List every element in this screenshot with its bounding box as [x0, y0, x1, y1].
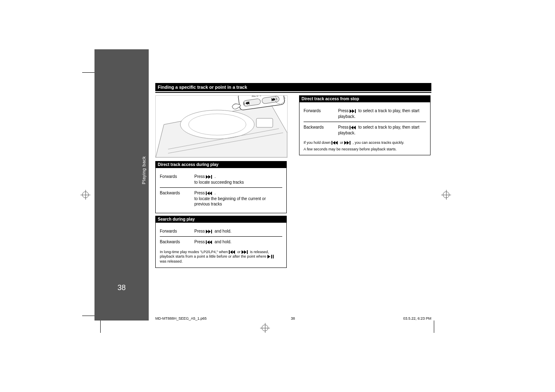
crop-mark	[82, 72, 94, 73]
device-illustration: REC LEVEL	[155, 95, 288, 158]
next-track-icon	[206, 230, 213, 233]
page-content: Finding a specific track or point in a t…	[155, 83, 431, 312]
left-column: REC LEVEL Direct track access during p	[155, 95, 287, 268]
instruction: Press .	[194, 190, 282, 196]
direction-label: Forwards	[160, 228, 191, 234]
instruction-sub: to locate succeeding tracks	[194, 180, 282, 185]
page-number: 38	[94, 284, 149, 292]
instruction: Press to select a track to play, then st…	[338, 125, 426, 136]
svg-point-1	[180, 110, 254, 139]
section-header-during-play: Direct track access during play	[155, 161, 287, 168]
next-track-icon	[350, 109, 357, 113]
instruction: Press .	[194, 174, 282, 180]
prev-track-icon	[332, 141, 339, 145]
table-row: Forwards Press . to locate succeeding tr…	[160, 171, 282, 187]
title-rule	[155, 92, 431, 93]
table-row: Backwards Press and hold.	[160, 236, 282, 247]
next-track-icon	[242, 250, 249, 254]
prev-track-icon	[229, 250, 236, 254]
section-label: Playing back	[141, 156, 146, 184]
direction-label: Backwards	[160, 190, 191, 196]
section-header-from-stop: Direct track access from stop	[299, 95, 431, 102]
page-title: Finding a specific track or point in a t…	[155, 83, 431, 91]
prev-track-icon	[206, 240, 213, 244]
manual-page: Playing back 38 Finding a specific track…	[94, 49, 440, 321]
direction-label: Forwards	[160, 174, 191, 180]
from-stop-table: Forwards Press to select a track to play…	[299, 102, 431, 155]
note-text: In long-time play modes "LP2/LP4," when …	[160, 247, 282, 264]
prev-track-icon	[350, 126, 357, 129]
during-play-table: Forwards Press . to locate succeeding tr…	[155, 168, 287, 213]
instruction: Press and hold.	[194, 239, 282, 245]
note-text: If you hold down or , you can access tra…	[304, 138, 426, 152]
registration-mark	[260, 323, 270, 333]
prev-track-icon	[206, 191, 213, 195]
play-pause-icon	[267, 255, 275, 258]
md-player-drawing: REC LEVEL	[156, 96, 287, 157]
table-row: Forwards Press and hold.	[160, 226, 282, 237]
direction-label: Forwards	[304, 108, 335, 114]
svg-rect-3	[256, 118, 273, 127]
table-row: Backwards Press . to locate the beginnin…	[160, 187, 282, 210]
search-play-table: Forwards Press and hold. Backwards	[155, 223, 287, 268]
table-row: Backwards Press to select a track to pla…	[304, 122, 426, 138]
crop-mark	[100, 321, 101, 333]
direction-label: Backwards	[304, 125, 335, 130]
footer-timestamp: 03.5.22, 6:23 PM	[403, 316, 431, 321]
registration-mark	[441, 190, 451, 200]
crop-mark	[434, 321, 434, 333]
next-track-icon	[344, 141, 352, 145]
instruction: Press and hold.	[194, 228, 282, 234]
instruction: Press to select a track to play, then st…	[338, 108, 426, 119]
next-track-icon	[206, 175, 213, 179]
direction-label: Backwards	[160, 239, 191, 245]
registration-mark	[81, 190, 90, 200]
table-row: Forwards Press to select a track to play…	[304, 106, 426, 122]
section-header-search-play: Search during play	[155, 216, 287, 223]
crop-mark	[82, 316, 94, 316]
sidebar: Playing back 38	[94, 49, 149, 321]
footer-filename: MD-MT888H_SEEG_A5_1.p65 38	[155, 316, 295, 321]
instruction-sub: to locate the beginning of the current o…	[194, 196, 282, 207]
right-column: Direct track access from stop Forwards P…	[299, 95, 431, 268]
